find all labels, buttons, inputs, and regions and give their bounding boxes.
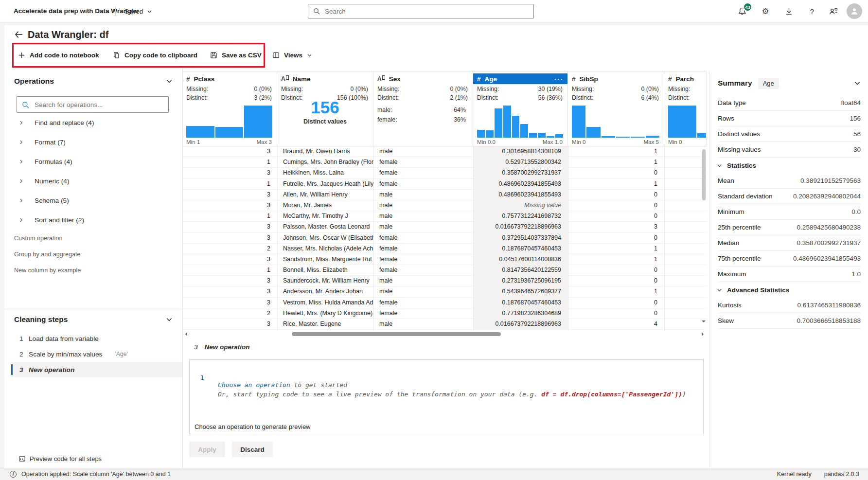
avatar[interactable] [847, 3, 862, 19]
operation-category[interactable]: Find and replace (4) [9, 113, 174, 132]
summary-value: 1.0 [851, 270, 861, 278]
column-menu-dots-icon[interactable]: ··· [554, 75, 564, 83]
column-name[interactable]: #SibSp [568, 73, 664, 84]
share-icon[interactable] [829, 6, 838, 16]
preview-code-all-steps-button[interactable]: Preview code for all steps [18, 455, 102, 462]
summary-label: Mean [718, 177, 734, 184]
operation-item[interactable]: Group by and aggregate [14, 246, 175, 262]
operation-category[interactable]: Format (7) [9, 132, 174, 152]
column-stat: Distinct:2 (1%) [377, 94, 468, 103]
cleaning-steps-collapse-chevron[interactable] [166, 316, 173, 323]
search-icon [22, 101, 29, 108]
column-separator [568, 146, 568, 330]
download-icon[interactable] [784, 6, 794, 16]
global-search[interactable] [308, 4, 534, 18]
summary-collapse-chevron[interactable] [854, 80, 861, 87]
summary-label: 25th percentile [718, 224, 761, 231]
column-header-sibsp[interactable]: #SibSpMissing:0 (0%)Distinct:6 (4%)Min 0… [568, 71, 664, 146]
column-name[interactable]: #Age··· [473, 73, 567, 84]
code-editor[interactable]: 1 Choose an operation to get started Or,… [189, 359, 704, 434]
save-as-csv-button[interactable]: Save as CSV [210, 43, 262, 68]
operation-category[interactable]: Numeric (4) [9, 171, 174, 191]
operation-category[interactable]: Sort and filter (2) [9, 210, 174, 230]
operations-collapse-chevron[interactable] [166, 78, 173, 85]
column-header-age[interactable]: #Age···Missing:30 (19%)Distinct:56 (36%)… [473, 71, 568, 146]
horizontal-scroll-thumb[interactable] [292, 332, 501, 336]
discard-button[interactable]: Discard [232, 442, 273, 457]
summary-row: 25th percentile0.2589425680490238 [718, 220, 861, 235]
summary-column-chip: Age [758, 78, 779, 89]
section-label: Statistics [727, 162, 756, 169]
summary-row: Distinct values56 [718, 126, 861, 142]
column-header-sex[interactable]: ASexMissing:0 (0%)Distinct:2 (1%)male:64… [373, 71, 473, 146]
category-frequency: female:36% [377, 116, 466, 123]
step-number: 3 [19, 366, 29, 373]
histogram-bar [697, 133, 707, 138]
column-name[interactable]: #Parch [664, 73, 706, 84]
cell-sex: male [373, 211, 473, 222]
status-bar: i Operation applied: Scale column 'Age' … [0, 468, 868, 480]
column-header-name[interactable]: ANameMissing:0 (0%)Distinct:156 (100%)15… [277, 71, 373, 146]
stat-label: Missing: [477, 86, 499, 94]
stat-value: 56 (36%) [538, 94, 563, 103]
cleaning-step[interactable]: 2Scale by min/max values'Age' [11, 346, 182, 362]
max-label: Max 3 [256, 139, 272, 145]
cell-sex: female [373, 168, 473, 178]
histogram-bar [477, 130, 485, 138]
button-label: Save as CSV [222, 52, 262, 59]
cell-age: Missing value [473, 200, 568, 211]
column-name[interactable]: ASex [373, 73, 473, 84]
table-row: 3Allen, Mr. William Henrymale0.486960239… [182, 190, 707, 200]
copy-icon [113, 52, 120, 59]
cleaning-step[interactable]: 3New operation [11, 362, 182, 377]
horizontal-scrollbar[interactable] [182, 331, 707, 337]
vertical-scroll-thumb[interactable] [702, 149, 706, 200]
views-dropdown-button[interactable]: Views [272, 43, 312, 68]
gear-icon[interactable]: ⚙ [761, 6, 770, 16]
summary-row: Rows156 [718, 111, 861, 126]
column-header-parch[interactable]: #ParchMissing:Distinct:Min 0 [664, 71, 707, 146]
category-label: Format (7) [35, 139, 66, 146]
add-code-to-notebook-button[interactable]: Add code to notebook [18, 43, 99, 68]
cell-parch [664, 168, 707, 178]
table-row: 3Moran, Mr. JamesmaleMissing value0 [182, 200, 707, 211]
help-icon[interactable]: ? [807, 6, 817, 16]
summary-value: 56 [853, 130, 861, 138]
column-name[interactable]: #Pclass [182, 73, 277, 84]
operations-search-input[interactable] [34, 101, 163, 109]
apply-button[interactable]: Apply [189, 442, 225, 457]
operation-item[interactable]: New column by example [14, 262, 175, 278]
stat-value: 2 (1%) [450, 94, 468, 103]
summary-value: 0.2589425680490238 [797, 224, 861, 231]
histogram-bar [616, 137, 630, 138]
cell-sibsp: 0 [568, 211, 664, 222]
saved-status-dropdown[interactable]: Saved [115, 0, 152, 22]
column-name[interactable]: AName [277, 73, 373, 84]
numeric-column-icon: # [668, 75, 672, 83]
cell-pclass: 1 [182, 157, 277, 168]
max-label: Max 1.0 [543, 139, 563, 145]
scroll-right-arrow[interactable] [702, 332, 704, 336]
summary-section-header[interactable]: Statistics [717, 158, 861, 173]
category-value: 36% [454, 116, 466, 123]
operation-category[interactable]: Formulas (4) [9, 152, 174, 171]
column-header-pclass[interactable]: #PclassMissing:0 (0%)Distinct:3 (2%)Min … [182, 71, 277, 146]
cleaning-step[interactable]: 1Load data from variable [11, 331, 182, 346]
operation-item[interactable]: Custom operation [14, 230, 175, 246]
column-stat: Missing: [668, 86, 701, 94]
histogram-bar [244, 106, 272, 138]
operation-category[interactable]: Schema (5) [9, 191, 174, 210]
copy-code-to-clipboard-button[interactable]: Copy code to clipboard [113, 43, 197, 68]
stat-value: 30 (19%) [538, 86, 563, 94]
cell-sibsp: 1 [568, 244, 664, 254]
summary-section-header[interactable]: Advanced Statistics [717, 282, 861, 298]
scroll-down-arrow[interactable] [702, 320, 706, 322]
back-arrow-icon[interactable] [10, 27, 26, 42]
operations-category-list: Find and replace (4)Format (7)Formulas (… [9, 113, 174, 230]
scroll-left-arrow[interactable] [185, 332, 187, 336]
search-input[interactable] [324, 7, 529, 16]
cell-parch [664, 265, 707, 276]
distinct-count-number: 156 [277, 99, 373, 116]
operations-search[interactable] [17, 96, 169, 113]
column-min-max: Min 0.0Max 1.0 [477, 139, 563, 145]
